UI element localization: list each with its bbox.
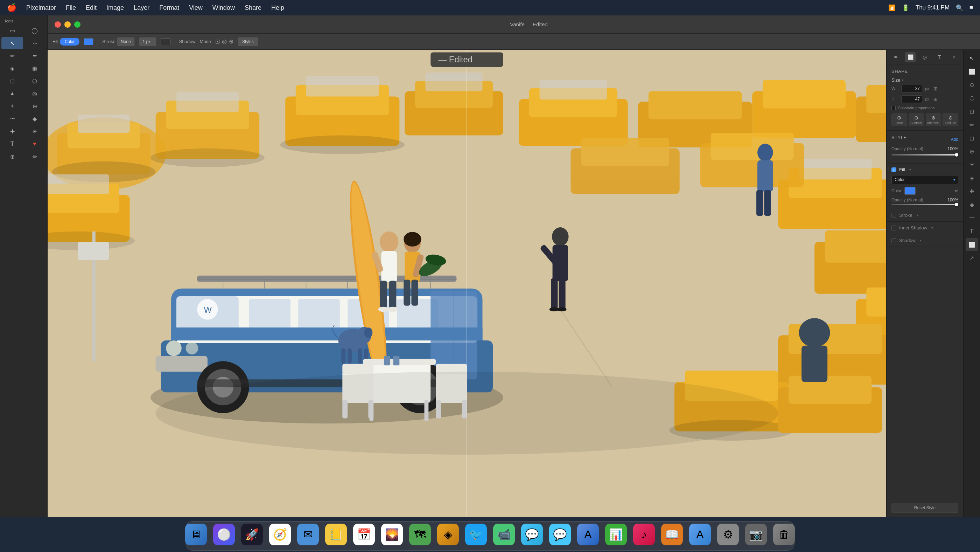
smudge-tool[interactable]: 〜 <box>2 113 23 125</box>
paint-brush-tool[interactable]: ✏ <box>2 50 23 62</box>
opacity-slider[interactable] <box>891 154 958 156</box>
menu-format[interactable]: Format <box>159 4 179 11</box>
dock-calendar[interactable]: 📅 <box>352 522 377 547</box>
exclude-button[interactable]: ⊘ Exclude <box>943 113 958 126</box>
right-edge-eraser-icon[interactable]: ◻ <box>966 132 978 144</box>
stroke-checkbox[interactable] <box>891 213 896 218</box>
dock-pixelmator[interactable]: ◈ <box>435 522 461 547</box>
right-edge-dodge-icon[interactable]: ☀ <box>966 158 978 171</box>
canvas-illustration[interactable]: W <box>48 50 886 517</box>
color-swatch-toolbar[interactable] <box>84 38 94 45</box>
dock-itunes[interactable]: ♪ <box>632 522 657 547</box>
subtract-button[interactable]: ⊖ Subtract <box>908 113 924 126</box>
toolbar-icon-3[interactable]: ⊕ <box>229 38 234 45</box>
dock-photos[interactable]: 🌄 <box>379 522 405 547</box>
menu-image[interactable]: Image <box>107 4 124 11</box>
menu-help[interactable]: Help <box>271 4 284 11</box>
menubar-notification[interactable]: ≡ <box>969 4 973 11</box>
fill-dropdown-arrow[interactable]: ▾ <box>909 168 911 172</box>
dock-appstore2[interactable]: A <box>687 522 713 547</box>
dock-messages[interactable]: 💬 <box>519 522 545 547</box>
right-edge-sponge-icon[interactable]: ◈ <box>966 172 978 184</box>
menu-pixelmator[interactable]: Pixelmator <box>26 4 56 11</box>
color-swatch[interactable] <box>904 187 916 195</box>
right-edge-paint-icon[interactable]: ✏ <box>966 118 978 131</box>
intersect-button[interactable]: ⊗ Intersect <box>926 113 942 126</box>
fill-type-dropdown[interactable]: Color ▾ <box>891 175 958 184</box>
canvas-area[interactable]: W <box>48 50 886 517</box>
right-edge-clone-icon[interactable]: ⊕ <box>966 145 978 158</box>
unite-button[interactable]: ⊕ Unite <box>891 113 907 126</box>
right-edge-text-icon[interactable]: T <box>966 225 978 238</box>
dock-mail[interactable]: ✉ <box>295 522 321 547</box>
eraser-tool[interactable]: ◻ <box>2 75 23 87</box>
dock-tweetbot[interactable]: 🐦 <box>463 522 488 547</box>
menu-edit[interactable]: Edit <box>86 4 97 11</box>
heart-tool[interactable]: ♥ <box>24 138 46 150</box>
sharpen-tool[interactable]: ◆ <box>24 113 46 125</box>
stroke-color-swatch[interactable] <box>161 38 170 45</box>
zoom-tool[interactable]: ⊕ <box>2 151 23 163</box>
toolbar-icon-2[interactable]: ◎ <box>222 38 227 45</box>
dock-appstore[interactable]: A <box>575 522 601 547</box>
dock-siri[interactable]: ⚪ <box>212 522 237 547</box>
dock-launchpad[interactable]: 🚀 <box>239 522 265 547</box>
right-edge-arrow-icon[interactable]: ↖ <box>966 52 978 64</box>
dock-finder[interactable]: 🖥 <box>183 522 208 547</box>
height-stepper[interactable]: ⊞ <box>934 96 938 102</box>
dock-safari[interactable]: 🧭 <box>267 522 293 547</box>
reset-style-button[interactable]: Reset Style <box>891 503 958 513</box>
right-edge-polygon-icon[interactable]: ⬡ <box>966 92 978 104</box>
panel-icon-select[interactable]: ⬜ <box>905 52 916 62</box>
toolbar-icon-1[interactable]: ⊡ <box>215 38 220 45</box>
constrain-checkbox[interactable] <box>891 106 896 110</box>
color-edit-button[interactable]: ✏ <box>955 188 958 193</box>
dodge-tool[interactable]: ☀ <box>24 125 46 137</box>
fill-opacity-slider[interactable] <box>891 204 958 205</box>
close-button[interactable] <box>55 21 61 28</box>
styles-button[interactable]: Styles <box>238 37 258 46</box>
pencil-tool[interactable]: ✒ <box>24 50 46 62</box>
shadow-arrow[interactable]: ▾ <box>920 239 921 242</box>
dock-numbers[interactable]: 📊 <box>603 522 628 547</box>
fill-checkbox[interactable]: ✓ <box>891 168 896 172</box>
freeform-tool[interactable]: ◎ <box>24 88 46 99</box>
right-edge-smudge-icon[interactable]: 〜 <box>966 212 978 224</box>
dock-imessage[interactable]: 💬 <box>547 522 573 547</box>
right-edge-crop-icon[interactable]: ⊡ <box>966 105 978 118</box>
panel-icon-sliders[interactable]: ≡ <box>948 52 959 62</box>
panel-icon-shape[interactable]: ◎ <box>920 52 930 62</box>
color-picker-tool[interactable]: ⌖ <box>2 100 23 112</box>
fill-type-selector[interactable]: Color <box>60 38 80 46</box>
dock-preferences[interactable]: ⚙ <box>715 522 741 547</box>
hand-tool[interactable]: ✏ <box>24 151 46 163</box>
dock-iphoto[interactable]: 📷 <box>743 522 768 547</box>
rect-select-tool[interactable]: ▭ <box>2 24 23 37</box>
right-edge-heal-icon[interactable]: ✚ <box>966 185 978 198</box>
shape-tool[interactable]: ▲ <box>2 88 23 99</box>
size-dropdown-arrow[interactable]: ▾ <box>902 78 904 82</box>
height-input[interactable] <box>901 95 922 103</box>
minimize-button[interactable] <box>64 21 71 28</box>
menu-file[interactable]: File <box>66 4 76 11</box>
right-edge-vectorpath-icon[interactable]: ↗ <box>966 252 978 264</box>
right-edge-shape-icon[interactable]: ⬜ <box>966 238 978 251</box>
panel-icon-pen[interactable]: ✒ <box>891 52 901 62</box>
right-edge-select-icon[interactable]: ⬜ <box>966 65 978 78</box>
inner-shadow-arrow[interactable]: ▾ <box>931 226 933 230</box>
menu-layer[interactable]: Layer <box>134 4 150 11</box>
dock-facetime[interactable]: 📹 <box>492 522 517 547</box>
stroke-arrow[interactable]: ▾ <box>916 213 918 217</box>
stroke-type-selector[interactable]: None <box>117 37 135 46</box>
clone-stamp-tool[interactable]: ⊕ <box>24 100 46 112</box>
move-tool[interactable]: ↖ <box>2 37 23 49</box>
dock-ibooks[interactable]: 📖 <box>659 522 685 547</box>
maximize-button[interactable] <box>74 21 81 28</box>
dock-maps[interactable]: 🗺 <box>407 522 433 547</box>
apple-menu[interactable]: 🍎 <box>7 3 16 12</box>
menu-window[interactable]: Window <box>212 4 235 11</box>
dock-notes[interactable]: 📒 <box>323 522 348 547</box>
stroke-width-input[interactable]: 1 px <box>139 37 156 46</box>
right-edge-lasso-icon[interactable]: ⊙ <box>966 78 978 91</box>
add-style-button[interactable]: Add <box>951 137 958 142</box>
